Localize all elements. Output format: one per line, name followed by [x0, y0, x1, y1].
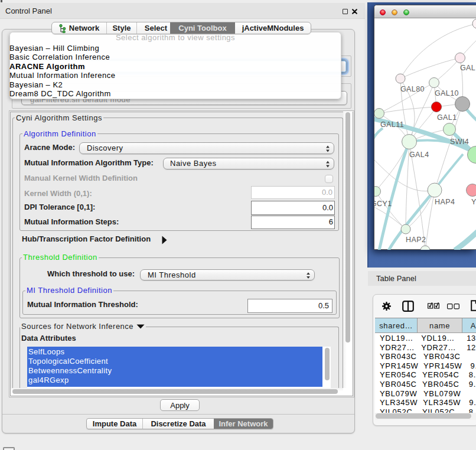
svg-text:GCY1: GCY1: [374, 200, 392, 208]
svg-text:GAL10: GAL10: [435, 89, 459, 97]
svg-text:HAP2: HAP2: [406, 236, 426, 244]
svg-text:GAL: GAL: [460, 64, 475, 72]
svg-text:SWI4: SWI4: [450, 138, 469, 146]
svg-text:GAL11: GAL11: [380, 120, 404, 129]
svg-text:Y: Y: [471, 198, 476, 206]
svg-text:GAL1: GAL1: [437, 113, 457, 122]
svg-text:GAL4: GAL4: [409, 151, 429, 159]
svg-text:GAL80: GAL80: [400, 85, 425, 93]
svg-text:HAP4: HAP4: [435, 198, 455, 206]
